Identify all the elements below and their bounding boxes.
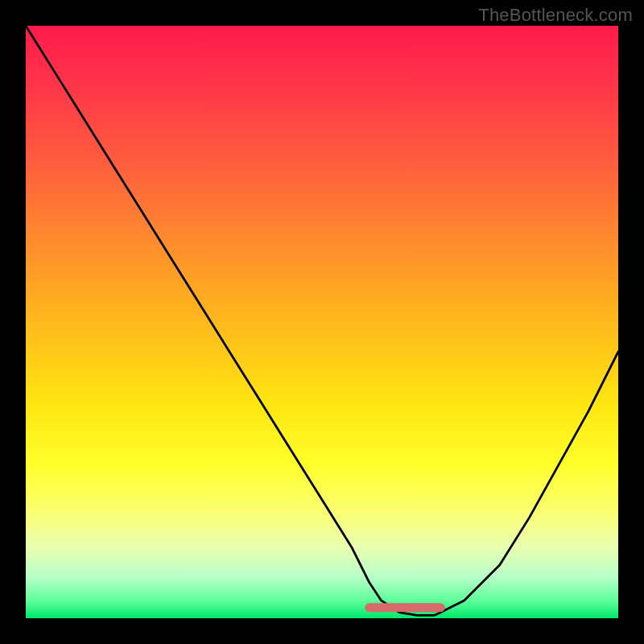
chart-container: TheBottleneck.com — [0, 0, 644, 644]
watermark-text: TheBottleneck.com — [478, 5, 633, 26]
chart-svg — [26, 26, 618, 618]
plot-area — [26, 26, 618, 618]
bottleneck-curve — [26, 26, 618, 615]
